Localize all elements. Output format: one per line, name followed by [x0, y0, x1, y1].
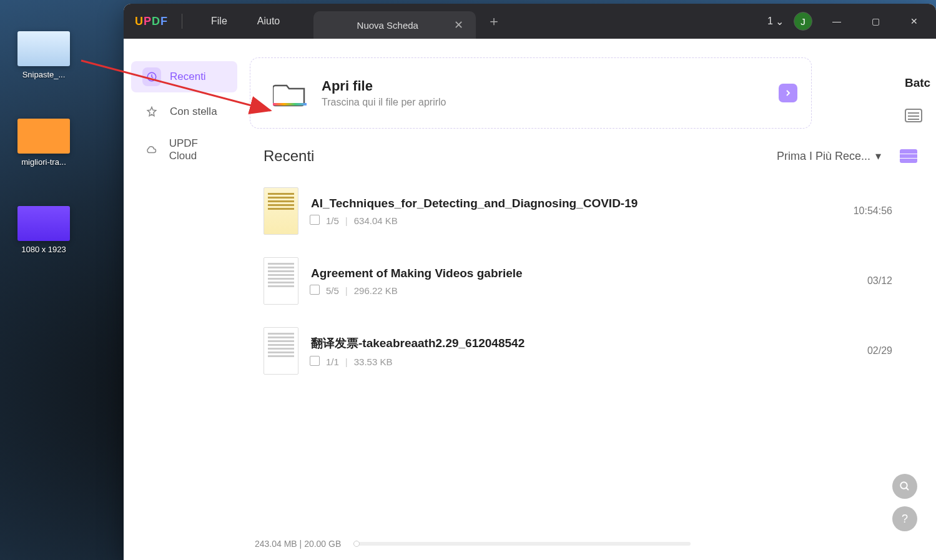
- sidebar-item-cloud[interactable]: UPDF Cloud: [131, 131, 237, 169]
- sidebar: Recenti Con stella UPDF Cloud: [124, 39, 245, 560]
- tab-new-sheet[interactable]: Nuova Scheda ✕: [313, 11, 476, 39]
- desktop-icon-label: Snipaste_...: [12, 70, 75, 79]
- sidebar-item-starred[interactable]: Con stella: [131, 96, 237, 127]
- file-name: 翻译发票-takeabreaath2.29_612048542: [311, 335, 842, 351]
- close-button[interactable]: ✕: [900, 11, 929, 31]
- sidebar-item-recent[interactable]: Recenti: [131, 61, 237, 92]
- open-file-dropzone[interactable]: Apri file Trascina qui il file per aprir…: [250, 57, 812, 129]
- clock-icon: [142, 67, 161, 86]
- app-window: UPDF File Aiuto Nuova Scheda ✕ ＋ 1 ⌄ J —…: [124, 4, 936, 560]
- file-date: 03/12: [842, 275, 892, 287]
- desktop-icon-snipaste[interactable]: Snipaste_...: [12, 31, 75, 79]
- storage-track[interactable]: [353, 542, 691, 546]
- question-icon: ?: [902, 513, 908, 526]
- desktop-icon-migliori[interactable]: migliori-tra...: [12, 119, 75, 167]
- open-file-arrow-button[interactable]: [779, 84, 797, 102]
- file-pages: 5/5: [326, 285, 339, 296]
- open-file-title: Apri file: [322, 78, 446, 94]
- app-logo: UPDF: [135, 15, 168, 28]
- new-tab-button[interactable]: ＋: [487, 12, 501, 31]
- desktop-icon-1080[interactable]: 1080 x 1923: [12, 206, 75, 254]
- chevron-right-icon: [784, 89, 792, 97]
- svg-rect-1: [273, 103, 307, 106]
- desktop-icon-label: 1080 x 1923: [12, 245, 75, 254]
- folder-icon: [273, 79, 307, 107]
- main-panel: Apri file Trascina qui il file per aprir…: [245, 39, 936, 560]
- sort-dropdown[interactable]: Prima I Più Rece... ▾: [777, 149, 881, 163]
- file-meta: 1/5 | 634.04 KB: [311, 215, 842, 226]
- titlebar: UPDF File Aiuto Nuova Scheda ✕ ＋ 1 ⌄ J —…: [124, 4, 936, 39]
- minimize-button[interactable]: —: [822, 11, 851, 31]
- list-view-toggle[interactable]: [900, 149, 917, 163]
- storage-handle: [353, 541, 360, 547]
- menu-file[interactable]: File: [196, 11, 242, 32]
- storage-text: 243.04 MB | 20.00 GB: [255, 539, 341, 549]
- sidebar-item-label: Recenti: [170, 71, 206, 83]
- batch-title: Batc: [905, 76, 936, 90]
- avatar[interactable]: J: [794, 12, 812, 31]
- file-pages: 1/1: [326, 356, 339, 367]
- menu-help[interactable]: Aiuto: [242, 11, 295, 32]
- sidebar-item-label: UPDF Cloud: [169, 137, 226, 162]
- file-name: AI_Techniques_for_Detecting_and_Diagnosi…: [311, 197, 842, 210]
- pages-icon: [311, 286, 320, 295]
- cloud-icon: [142, 140, 160, 159]
- batch-icon: [905, 109, 922, 122]
- batch-card-peek[interactable]: Batc: [905, 76, 936, 122]
- star-icon: [142, 102, 161, 121]
- recent-title: Recenti: [264, 147, 777, 165]
- account-area: 1 ⌄ J — ▢ ✕: [767, 11, 929, 31]
- file-size: 296.22 KB: [354, 285, 398, 296]
- file-meta: 5/5 | 296.22 KB: [311, 285, 842, 296]
- search-button[interactable]: [892, 474, 917, 499]
- svg-point-2: [900, 482, 907, 489]
- account-count-dropdown[interactable]: 1 ⌄: [767, 16, 784, 27]
- pages-icon: [311, 357, 320, 366]
- divider: [182, 14, 182, 29]
- storage-bar: 243.04 MB | 20.00 GB: [255, 539, 926, 549]
- content-area: Recenti Con stella UPDF Cloud: [124, 39, 936, 560]
- sidebar-item-label: Con stella: [170, 106, 217, 118]
- triangle-down-icon: ▾: [875, 149, 881, 163]
- file-thumbnail: [264, 327, 298, 375]
- close-icon[interactable]: ✕: [451, 18, 466, 32]
- file-date: 02/29: [842, 345, 892, 356]
- maximize-button[interactable]: ▢: [861, 11, 890, 31]
- recent-header: Recenti Prima I Più Rece... ▾: [245, 147, 936, 165]
- file-row[interactable]: Agreement of Making Videos gabriele 5/5 …: [264, 246, 917, 316]
- tab-title: Nuova Scheda: [323, 20, 451, 31]
- desktop-icon-label: migliori-tra...: [12, 157, 75, 167]
- desktop-thumb: [17, 31, 70, 66]
- file-name: Agreement of Making Videos gabriele: [311, 267, 842, 280]
- file-pages: 1/5: [326, 215, 339, 226]
- file-row[interactable]: AI_Techniques_for_Detecting_and_Diagnosi…: [264, 176, 917, 246]
- file-size: 33.53 KB: [354, 356, 393, 367]
- recent-file-list: AI_Techniques_for_Detecting_and_Diagnosi…: [245, 165, 936, 386]
- file-thumbnail: [264, 257, 298, 305]
- open-file-subtitle: Trascina qui il file per aprirlo: [322, 97, 446, 108]
- help-button[interactable]: ?: [892, 506, 917, 531]
- pages-icon: [311, 216, 320, 225]
- search-icon: [899, 481, 910, 492]
- file-thumbnail: [264, 187, 298, 235]
- file-size: 634.04 KB: [354, 215, 398, 226]
- file-row[interactable]: 翻译发票-takeabreaath2.29_612048542 1/1 | 33…: [264, 316, 917, 386]
- desktop-thumb: [17, 119, 70, 154]
- desktop-thumb: [17, 206, 70, 241]
- chevron-down-icon: ⌄: [776, 16, 784, 27]
- file-meta: 1/1 | 33.53 KB: [311, 356, 842, 367]
- file-date: 10:54:56: [842, 205, 892, 217]
